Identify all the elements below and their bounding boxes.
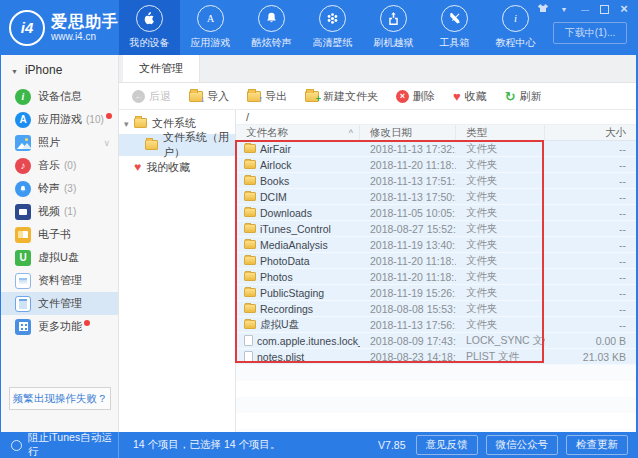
new-folder-button[interactable]: + 新建文件夹	[298, 83, 385, 109]
download-status-button[interactable]: 下载中(1)...	[553, 22, 627, 44]
info-icon: i	[502, 5, 529, 32]
sidebar-item-ringtones[interactable]: 铃声 (3)	[1, 177, 118, 200]
sidebar-item-data-management[interactable]: 资料管理	[1, 269, 118, 292]
table-row[interactable]: Recordings 2018-08-08 15:53:...文件夹--	[236, 301, 636, 317]
folder-icon	[244, 160, 256, 169]
col-label: 大小	[605, 126, 626, 140]
sidebar-item-music[interactable]: ♪ 音乐 (0)	[1, 154, 118, 177]
col-header-name[interactable]: 文件名称	[236, 125, 360, 140]
sidebar-item-more-features[interactable]: 更多功能	[1, 315, 118, 338]
refresh-button[interactable]: 刷新	[498, 83, 549, 109]
delete-button[interactable]: 删除	[389, 83, 442, 109]
check-update-button[interactable]: 检查更新	[566, 435, 628, 455]
item-count: (0)	[64, 160, 76, 171]
block-itunes-toggle[interactable]: 阻止iTunes自动运行	[1, 432, 119, 458]
sidebar-item-file-management[interactable]: 文件管理	[1, 292, 118, 315]
col-label: 类型	[466, 126, 487, 140]
back-button[interactable]: 后退	[125, 83, 178, 109]
nav-label: 教程中心	[496, 36, 536, 50]
wechat-official-button[interactable]: 微信公众号	[486, 435, 559, 455]
folder-icon	[244, 192, 256, 201]
folder-icon	[244, 176, 256, 185]
heart-icon	[134, 160, 141, 174]
i4-logo-icon: i4	[9, 10, 45, 46]
nav-my-device[interactable]: 我的设备	[119, 0, 180, 55]
top-navigation: 我的设备 A 应用游戏 酷炫铃声 高清壁纸	[119, 0, 546, 55]
item-count: (10)	[86, 114, 104, 125]
table-row[interactable]: notes.plist 2018-08-23 14:18:...PLIST 文件…	[236, 349, 636, 365]
window-controls	[537, 3, 630, 15]
file-list-pane: / 文件名称 修改日期 类型 大小 AirFair	[236, 110, 636, 432]
table-row[interactable]: AirFair 2018-11-13 17:32:...文件夹--	[236, 141, 636, 157]
close-icon[interactable]	[618, 4, 630, 15]
app-window: i4 爱思助手 www.i4.cn 我的设备 A 应用游戏	[0, 0, 638, 458]
nav-toolbox[interactable]: 工具箱	[424, 0, 485, 55]
toggle-label: 阻止iTunes自动运行	[28, 431, 118, 458]
item-count: (3)	[64, 183, 76, 194]
item-count: (1)	[64, 206, 76, 217]
table-row[interactable]: DCIM 2018-11-13 17:50:...文件夹--	[236, 189, 636, 205]
table-row[interactable]: iTunes_Control 2018-08-27 15:52:...文件夹--	[236, 221, 636, 237]
sidebar-label: 虚拟U盘	[38, 250, 79, 265]
minimize-icon[interactable]	[579, 4, 591, 15]
sidebar-label: 音乐	[38, 158, 60, 173]
file-icon	[244, 351, 253, 362]
table-row[interactable]: PhotoData 2018-11-20 11:18:...文件夹--	[236, 253, 636, 269]
usb-icon: U	[15, 250, 31, 266]
table-row[interactable]: MediaAnalysis 2018-11-19 13:40:...文件夹--	[236, 237, 636, 253]
radio-icon	[11, 440, 22, 451]
table-row[interactable]: Books 2018-11-13 17:51:...文件夹--	[236, 173, 636, 189]
folder-tree: 文件系统 文件系统（用户） 我的收藏	[119, 110, 236, 432]
sidebar: iPhone i 设备信息 A 应用游戏 (10) 照片 ♪ 音乐 (0)	[1, 55, 119, 432]
chevron-down-icon[interactable]	[103, 138, 110, 148]
maximize-icon[interactable]	[600, 5, 609, 14]
nav-wallpapers[interactable]: 高清壁纸	[302, 0, 363, 55]
tool-label: 新建文件夹	[323, 89, 378, 104]
tool-label: 刷新	[520, 89, 542, 104]
refresh-icon	[505, 89, 516, 104]
sidebar-item-apps-games[interactable]: A 应用游戏 (10)	[1, 108, 118, 131]
sidebar-label: 应用游戏	[38, 112, 82, 127]
nav-flash-jailbreak[interactable]: 刷机越狱	[363, 0, 424, 55]
sidebar-item-virtual-usb[interactable]: U 虚拟U盘	[1, 246, 118, 269]
col-header-type[interactable]: 类型	[456, 125, 545, 140]
table-row[interactable]: 虚拟U盘 2018-11-13 17:56:...文件夹--	[236, 317, 636, 333]
export-button[interactable]: ↑ 导出	[240, 83, 294, 109]
table-row[interactable]: Downloads 2018-11-05 10:05:...文件夹--	[236, 205, 636, 221]
tab-file-management[interactable]: 文件管理	[123, 55, 200, 82]
col-header-date[interactable]: 修改日期	[360, 125, 456, 140]
feedback-button[interactable]: 意见反馈	[416, 435, 478, 455]
nav-ringtones[interactable]: 酷炫铃声	[241, 0, 302, 55]
new-folder-icon: +	[305, 91, 319, 102]
device-header[interactable]: iPhone	[1, 55, 118, 85]
folder-icon	[134, 118, 147, 128]
tool-label: 导入	[207, 89, 229, 104]
sidebar-item-photos[interactable]: 照片	[1, 131, 118, 154]
import-folder-icon: ↓	[189, 91, 203, 102]
red-dot-badge	[106, 113, 112, 119]
sidebar-item-device-info[interactable]: i 设备信息	[1, 85, 118, 108]
file-toolbar: 后退 ↓ 导入 ↑ 导出 + 新建文件夹 删除	[119, 83, 636, 110]
sidebar-label: 铃声	[38, 181, 60, 196]
table-row[interactable]: Photos 2018-11-20 11:18:...文件夹--	[236, 269, 636, 285]
brand-logo: i4 爱思助手 www.i4.cn	[1, 0, 119, 55]
table-row[interactable]: Airlock 2018-11-20 11:18:...文件夹--	[236, 157, 636, 173]
operation-failure-help-button[interactable]: 频繁出现操作失败？	[9, 387, 111, 410]
path-bar[interactable]: /	[236, 110, 636, 125]
expander-icon[interactable]	[124, 117, 134, 129]
sidebar-item-videos[interactable]: 视频 (1)	[1, 200, 118, 223]
favorite-button[interactable]: 收藏	[446, 83, 494, 109]
skin-icon[interactable]	[537, 3, 549, 15]
table-row[interactable]: PublicStaging 2018-11-19 15:26:...文件夹--	[236, 285, 636, 301]
folder-icon	[244, 320, 256, 329]
table-row[interactable]: com.apple.itunes.lock_sync 2018-08-09 17…	[236, 333, 636, 349]
device-name: iPhone	[25, 63, 62, 77]
selection-info: 14 个项目，已选择 14 个项目。	[133, 438, 281, 452]
col-header-size[interactable]: 大小	[545, 125, 636, 140]
tree-item-file-system-user[interactable]: 文件系统（用户）	[119, 134, 235, 156]
nav-apps-games[interactable]: A 应用游戏	[180, 0, 241, 55]
menu-icon[interactable]	[558, 4, 570, 15]
import-button[interactable]: ↓ 导入	[182, 83, 236, 109]
sidebar-item-ebooks[interactable]: 电子书	[1, 223, 118, 246]
version-label: V7.85	[378, 439, 405, 451]
